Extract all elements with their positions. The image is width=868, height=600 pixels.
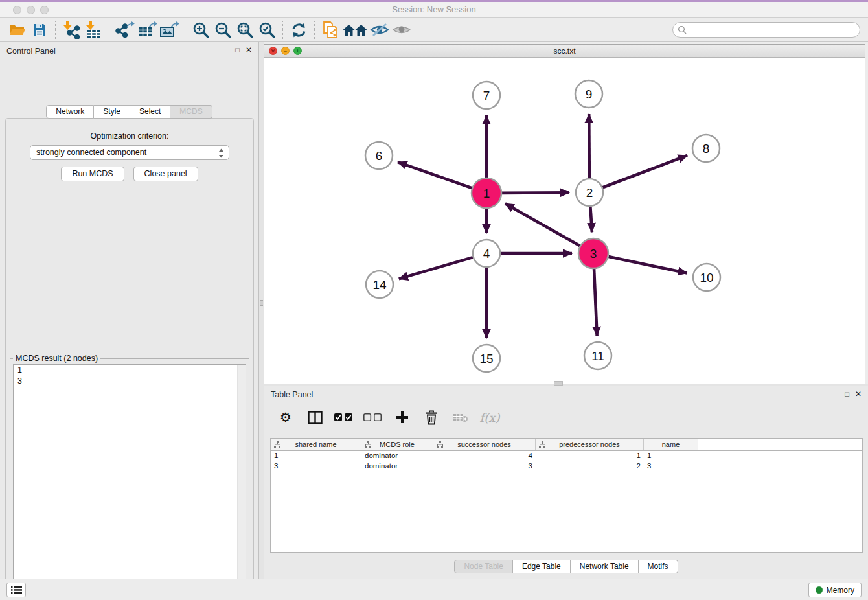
- first-neighbors-button[interactable]: [341, 20, 369, 40]
- edge-2-9[interactable]: [589, 114, 589, 178]
- table-row[interactable]: 1dominator411: [271, 451, 862, 461]
- select-all-icon: [334, 413, 354, 422]
- table-cell[interactable]: 1: [271, 451, 361, 461]
- import-network-icon: [62, 21, 80, 39]
- table-cell[interactable]: 1: [536, 451, 644, 461]
- split-view-button[interactable]: [305, 408, 325, 427]
- edge-2-3[interactable]: [590, 207, 591, 232]
- open-session-button[interactable]: [6, 20, 29, 40]
- network-canvas[interactable]: 7968124314101511: [264, 58, 865, 384]
- node-4[interactable]: 4: [473, 240, 500, 267]
- add-column-button[interactable]: [393, 408, 412, 427]
- close-panel-icon[interactable]: ✕: [246, 45, 252, 54]
- column-header-name[interactable]: name: [644, 439, 698, 450]
- mcds-result-item[interactable]: 1: [14, 365, 246, 376]
- show-all-button[interactable]: [391, 20, 413, 40]
- delete-table-button[interactable]: [451, 408, 470, 427]
- edge-3-1[interactable]: [505, 203, 580, 246]
- edge-3-10[interactable]: [608, 257, 687, 273]
- export-network-button[interactable]: [114, 20, 136, 40]
- network-window-titlebar[interactable]: ✕ − + scc.txt: [264, 45, 865, 58]
- tab-motifs[interactable]: Motifs: [639, 560, 678, 573]
- export-image-button[interactable]: [158, 20, 180, 40]
- tab-network[interactable]: Network: [46, 105, 94, 119]
- horizontal-splitter-handle[interactable]: [554, 381, 563, 386]
- node-9[interactable]: 9: [575, 80, 602, 108]
- tab-mcds[interactable]: MCDS: [170, 105, 212, 119]
- tab-network-table[interactable]: Network Table: [571, 560, 639, 573]
- node-2[interactable]: 2: [576, 179, 603, 206]
- edge-1-6[interactable]: [398, 162, 472, 188]
- import-network-button[interactable]: [60, 20, 82, 40]
- node-6[interactable]: 6: [365, 142, 393, 169]
- delete-column-button[interactable]: [422, 408, 441, 427]
- function-builder-button[interactable]: f(x): [480, 408, 499, 427]
- table-cell[interactable]: dominator: [361, 461, 433, 472]
- edge-3-11[interactable]: [594, 269, 597, 336]
- search-input[interactable]: [672, 22, 860, 38]
- run-mcds-button[interactable]: Run MCDS: [61, 167, 124, 181]
- refresh-layout-button[interactable]: [288, 20, 310, 40]
- column-header-successor-nodes[interactable]: successor nodes: [433, 439, 536, 450]
- node-14[interactable]: 14: [366, 271, 393, 298]
- delete-table-icon: [453, 412, 468, 422]
- node-7[interactable]: 7: [473, 82, 500, 109]
- mcds-result-scrollbar[interactable]: [237, 365, 246, 600]
- table-cell[interactable]: 3: [433, 461, 536, 472]
- tab-select[interactable]: Select: [130, 105, 170, 119]
- status-bar: Memory: [0, 579, 868, 600]
- table-cell[interactable]: 4: [433, 451, 536, 461]
- deselect-all-button[interactable]: [363, 408, 383, 427]
- vertical-splitter-handle[interactable]: [260, 300, 263, 306]
- window-titlebar: Session: New Session: [0, 0, 868, 18]
- criterion-dropdown[interactable]: strongly connected component: [30, 145, 229, 160]
- node-1[interactable]: 1: [472, 178, 501, 208]
- memory-label: Memory: [827, 586, 854, 595]
- save-session-button[interactable]: [29, 20, 51, 40]
- zoom-out-button[interactable]: [212, 20, 234, 40]
- node-label: 3: [590, 247, 597, 260]
- clone-network-button[interactable]: [319, 20, 341, 40]
- export-table-button[interactable]: [136, 20, 158, 40]
- tab-style[interactable]: Style: [94, 105, 130, 119]
- tab-node-table[interactable]: Node Table: [454, 560, 513, 573]
- table-cell[interactable]: 3: [644, 461, 698, 472]
- column-header-shared-name[interactable]: shared name: [271, 439, 361, 450]
- node-11[interactable]: 11: [584, 342, 611, 369]
- edge-1-2[interactable]: [502, 192, 569, 193]
- close-panel-icon[interactable]: ✕: [855, 389, 862, 398]
- table-row[interactable]: 3dominator323: [271, 461, 862, 472]
- node-10[interactable]: 10: [693, 264, 720, 291]
- tab-edge-table[interactable]: Edge Table: [513, 560, 571, 573]
- vertical-splitter[interactable]: [259, 42, 264, 579]
- hide-selected-button[interactable]: [369, 20, 391, 40]
- mcds-result-list[interactable]: 13: [13, 364, 246, 600]
- import-table-button[interactable]: [82, 20, 104, 40]
- table-settings-button[interactable]: ⚙: [276, 408, 295, 427]
- column-header-predecessor-nodes[interactable]: predecessor nodes: [536, 439, 644, 450]
- node-8[interactable]: 8: [692, 135, 720, 162]
- float-panel-icon[interactable]: □: [235, 46, 240, 54]
- close-panel-button[interactable]: Close panel: [133, 167, 198, 181]
- zoom-in-button[interactable]: [190, 20, 212, 40]
- node-label: 4: [483, 247, 490, 260]
- node-3[interactable]: 3: [578, 238, 608, 268]
- show-panel-list-button[interactable]: [6, 583, 26, 597]
- table-cell[interactable]: 3: [271, 461, 361, 472]
- memory-button[interactable]: Memory: [808, 583, 862, 597]
- column-type-icon: [539, 441, 546, 448]
- edge-2-8[interactable]: [603, 156, 687, 187]
- column-header-mcds-role[interactable]: MCDS role: [361, 439, 433, 450]
- table-cell[interactable]: 2: [536, 461, 644, 472]
- zoom-selected-button[interactable]: [256, 20, 278, 40]
- node-15[interactable]: 15: [473, 345, 500, 372]
- select-all-button[interactable]: [334, 408, 354, 427]
- zoom-fit-button[interactable]: [234, 20, 256, 40]
- column-type-icon: [365, 441, 372, 448]
- table-cell[interactable]: dominator: [361, 451, 433, 461]
- table-cell[interactable]: 1: [644, 451, 698, 461]
- mcds-result-item[interactable]: 3: [14, 376, 246, 387]
- edge-4-14[interactable]: [399, 257, 473, 279]
- float-panel-icon[interactable]: □: [845, 390, 849, 398]
- control-panel-tabs: NetworkStyleSelectMCDS: [0, 105, 258, 119]
